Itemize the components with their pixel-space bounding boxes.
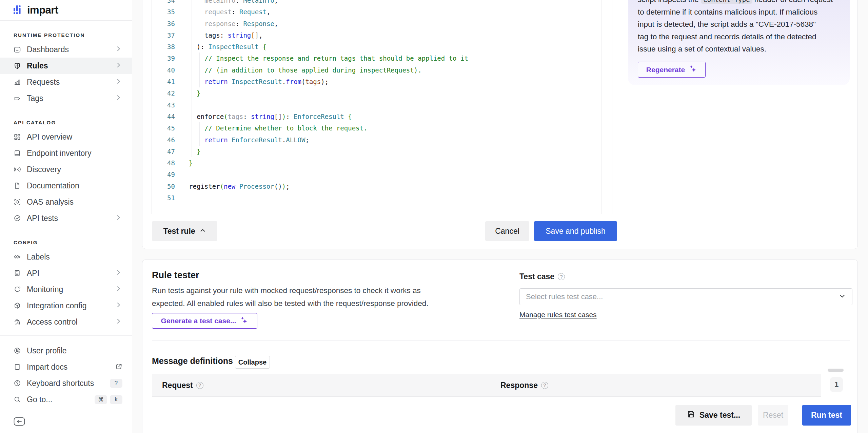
- code-text: }: [152, 157, 612, 169]
- code-text: register(new Processor());: [152, 181, 612, 192]
- cube-icon: [14, 302, 21, 309]
- line-number: 46: [152, 134, 175, 146]
- user-icon: [14, 347, 21, 354]
- save-and-publish-button[interactable]: Save and publish: [534, 221, 617, 241]
- code-line-45[interactable]: 45// Determine whether to block the requ…: [152, 122, 612, 134]
- generate-test-case-button[interactable]: Generate a test case...: [152, 313, 257, 329]
- code-line-35[interactable]: 35request: Request,: [152, 6, 612, 18]
- help-icon[interactable]: [196, 382, 203, 389]
- dashboards-icon: [14, 46, 21, 53]
- run-test-button[interactable]: Run test: [802, 405, 851, 426]
- impart-logo-icon: [14, 5, 23, 16]
- section-divider: [152, 341, 850, 341]
- code-line-34[interactable]: 34metaInfo: MetaInfo,: [152, 0, 612, 6]
- regenerate-button[interactable]: Regenerate: [638, 62, 706, 78]
- column-divider: [489, 374, 489, 396]
- reset-button[interactable]: Reset: [758, 405, 788, 426]
- code-line-40[interactable]: 40// (in addition to those applied durin…: [152, 64, 612, 76]
- code-line-48[interactable]: 48}: [152, 157, 612, 169]
- sidebar-item-discovery[interactable]: Discovery: [0, 161, 132, 178]
- sidebar-item-user-profile[interactable]: User profile: [0, 343, 132, 359]
- rule-tester-card: Rule tester Run tests against your rule …: [142, 260, 858, 433]
- line-number: 37: [152, 29, 175, 41]
- code-line-41[interactable]: 41return InspectResult.from(tags);: [152, 76, 612, 87]
- sidebar-item-api[interactable]: API: [0, 265, 132, 281]
- sidebar-item-documentation[interactable]: Documentation: [0, 178, 132, 194]
- line-number: 38: [152, 41, 175, 53]
- shortcut-key-badge: k: [110, 395, 122, 404]
- code-line-49[interactable]: 49: [152, 169, 612, 180]
- chevron-right-icon: [115, 61, 122, 70]
- sidebar-item-tags[interactable]: Tags: [0, 90, 132, 106]
- line-number: 43: [152, 99, 175, 111]
- help-icon[interactable]: [541, 382, 548, 389]
- sidebar-item-access-control[interactable]: Access control: [0, 314, 132, 330]
- sidebar-item-integration-config[interactable]: Integration config: [0, 297, 132, 314]
- code-line-44[interactable]: 44enforce(tags: string[]): EnforceResult…: [152, 111, 612, 122]
- sidebar-item-rules[interactable]: Rules: [0, 58, 132, 74]
- sidebar-item-monitoring[interactable]: Monitoring: [0, 281, 132, 297]
- code-line-42[interactable]: 42}: [152, 87, 612, 99]
- sidebar-item-label: Endpoint inventory: [27, 149, 92, 158]
- sidebar-item-oas-analysis[interactable]: OAS analysis: [0, 194, 132, 210]
- indent-guide: [192, 87, 192, 99]
- sidebar-item-requests[interactable]: Requests: [0, 74, 132, 90]
- ai-description-text: script inspects the Content-Type header …: [638, 0, 841, 56]
- shield-icon: [14, 62, 21, 69]
- rule-editor-card: 34metaInfo: MetaInfo,35request: Request,…: [142, 0, 858, 249]
- code-line-46[interactable]: 46return EnforceResult.ALLOW;: [152, 134, 612, 146]
- editor-scrollbar-thumb[interactable]: [605, 0, 605, 214]
- line-number: 45: [152, 122, 175, 134]
- request-column-header: Request: [162, 374, 203, 396]
- sidebar-item-label: Rules: [27, 61, 48, 70]
- cancel-button[interactable]: Cancel: [485, 221, 529, 241]
- question-circle-icon: [14, 379, 21, 387]
- radar-icon: [14, 166, 21, 173]
- test-case-select[interactable]: Select rules test case...: [519, 288, 852, 305]
- code-line-38[interactable]: 38): InspectResult {: [152, 41, 612, 53]
- code-line-39[interactable]: 39// Inspect the response and return tag…: [152, 53, 612, 64]
- code-text: // Inspect the response and return tags …: [152, 53, 612, 64]
- indent-guide: [199, 76, 200, 87]
- sidebar-divider: [0, 112, 132, 112]
- code-line-37[interactable]: 37tags: string[],: [152, 29, 612, 41]
- line-number: 35: [152, 6, 175, 18]
- code-text: tags: string[],: [152, 29, 612, 41]
- code-editor[interactable]: 34metaInfo: MetaInfo,35request: Request,…: [152, 0, 612, 214]
- indent-guide: [199, 134, 200, 146]
- save-floppy-icon: [687, 410, 695, 420]
- sidebar-item-label: User profile: [27, 346, 67, 355]
- brand-logo[interactable]: impart: [0, 0, 132, 21]
- editor-scrollbar-track[interactable]: [601, 0, 602, 214]
- ai-description-line: issue using a set of contextual values.: [638, 43, 841, 56]
- sidebar-item-label: Discovery: [27, 165, 61, 174]
- collapse-message-definitions-button[interactable]: Collapse: [235, 356, 270, 369]
- sidebar-item-api-overview[interactable]: API overview: [0, 129, 132, 145]
- sidebar-item-api-tests[interactable]: API tests: [0, 210, 132, 226]
- sidebar-item-endpoint-inventory[interactable]: Endpoint inventory: [0, 145, 132, 161]
- indent-guide: [192, 18, 192, 29]
- sidebar-item-keyboard-shortcuts[interactable]: Keyboard shortcuts?: [0, 375, 132, 391]
- sidebar-item-impart-docs[interactable]: Impart docs: [0, 359, 132, 375]
- chevron-right-icon: [115, 45, 122, 54]
- save-test-button[interactable]: Save test...: [675, 405, 752, 426]
- code-line-36[interactable]: 36response: Response,: [152, 18, 612, 29]
- test-rule-button[interactable]: Test rule: [152, 221, 217, 241]
- sidebar-item-label: API overview: [27, 132, 72, 142]
- scan-cube-icon: [14, 198, 21, 206]
- manage-test-cases-link[interactable]: Manage rules test cases: [519, 311, 597, 319]
- sidebar-item-labels[interactable]: Labels: [0, 249, 132, 265]
- horizontal-scrollbar-thumb[interactable]: [828, 369, 844, 372]
- rule-tester-description: expected. All enabled rules will also be…: [152, 299, 429, 308]
- code-line-50[interactable]: 50register(new Processor());: [152, 181, 612, 192]
- collapse-sidebar-button[interactable]: [13, 417, 26, 427]
- help-icon[interactable]: [558, 273, 565, 280]
- code-line-43[interactable]: 43: [152, 99, 612, 111]
- sidebar-item-dashboards[interactable]: Dashboards: [0, 41, 132, 58]
- code-line-51[interactable]: 51: [152, 192, 612, 204]
- sidebar-item-go-to[interactable]: Go to...⌘k: [0, 391, 132, 408]
- ai-description-clipped-line: script inspects the Content-Type header …: [638, 0, 841, 6]
- indent-guide: [192, 76, 192, 87]
- code-line-47[interactable]: 47}: [152, 146, 612, 157]
- ai-description-line: tag to the request and records details o…: [638, 31, 841, 43]
